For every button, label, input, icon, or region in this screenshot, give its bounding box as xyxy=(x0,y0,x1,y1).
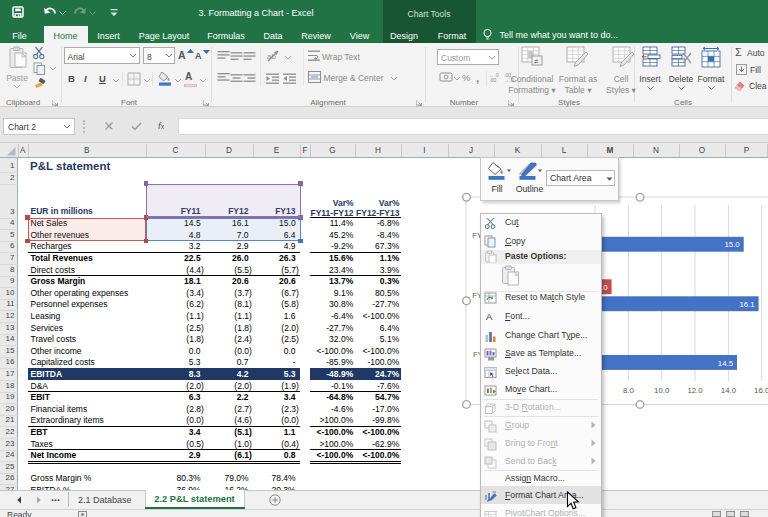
svg-text:10.0: 10.0 xyxy=(654,386,670,395)
svg-text:16.1: 16.1 xyxy=(739,300,754,309)
svg-text:14.0: 14.0 xyxy=(721,386,737,395)
svg-text:15.0: 15.0 xyxy=(725,240,741,249)
svg-text:16.0: 16.0 xyxy=(754,386,768,395)
svg-text:12.0: 12.0 xyxy=(687,386,703,395)
svg-text:≠: ≠ xyxy=(534,57,539,66)
svg-text:8.0: 8.0 xyxy=(623,386,635,395)
svg-text:14.5: 14.5 xyxy=(718,359,734,368)
svg-text:ab: ab xyxy=(267,52,276,61)
